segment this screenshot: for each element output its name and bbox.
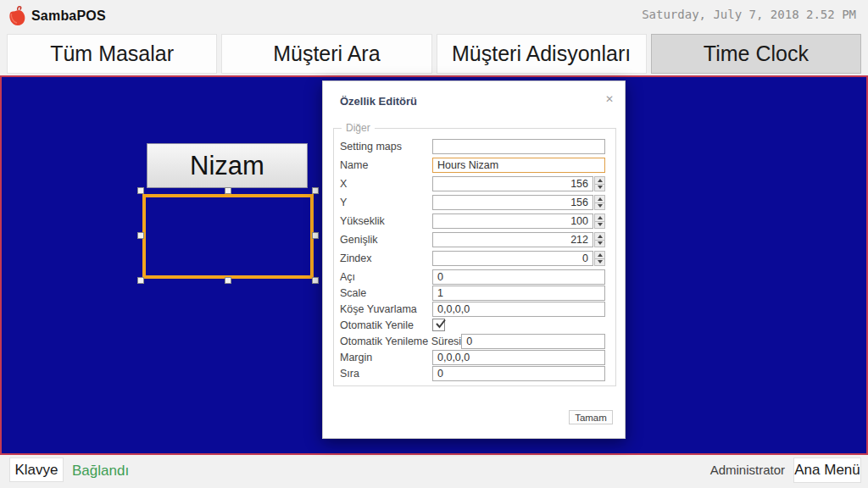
spinner-down-button[interactable] — [594, 259, 605, 267]
field-label: Name — [340, 159, 432, 171]
dialog-title: Özellik Editörü — [340, 95, 417, 108]
x-input[interactable] — [432, 176, 593, 191]
resize-handle-top-left[interactable] — [137, 187, 144, 194]
resize-handle-bottom-center[interactable] — [225, 277, 231, 284]
field-label: Y — [340, 197, 432, 208]
yukseklik-input[interactable] — [432, 214, 593, 229]
genislik-input[interactable] — [432, 232, 593, 247]
connection-status: Bağlandı — [72, 463, 129, 480]
field-row-aci: Açı — [340, 269, 605, 284]
logged-in-user: Administrator — [710, 463, 785, 477]
field-row-kose-yuvarlama: Köşe Yuvarlama — [340, 302, 605, 316]
field-label: Genişlik — [340, 234, 432, 246]
tab-tum-masalar[interactable]: Tüm Masalar — [7, 34, 217, 74]
group-box-diger: Diğer Setting maps Name X Y — [333, 128, 616, 386]
aci-input[interactable] — [432, 269, 605, 285]
checkmark-icon — [434, 317, 448, 330]
chevron-down-icon — [598, 204, 603, 208]
field-row-sira: Sıra — [340, 366, 605, 380]
field-label: Zindex — [340, 252, 432, 264]
spinner-down-button[interactable] — [594, 241, 605, 248]
genislik-spinner — [594, 232, 605, 247]
resize-handle-bottom-right[interactable] — [312, 277, 319, 284]
field-label: Açı — [340, 271, 432, 283]
field-label: Sıra — [340, 368, 432, 380]
spinner-up-button[interactable] — [594, 195, 605, 203]
main-menu-button[interactable]: Ana Menü — [793, 458, 861, 483]
y-spinner — [594, 195, 605, 210]
field-label: Setting maps — [340, 141, 432, 152]
top-bar: SambaPOS Saturday, July 7, 2018 2.52 PM — [0, 0, 868, 32]
datetime-text: Saturday, July 7, 2018 2.52 PM — [642, 8, 856, 21]
resize-handle-top-right[interactable] — [312, 187, 319, 194]
otomatik-yenile-checkbox[interactable] — [432, 319, 445, 331]
spinner-up-button[interactable] — [594, 176, 605, 185]
spinner-down-button[interactable] — [594, 222, 605, 230]
resize-handle-mid-right[interactable] — [312, 232, 319, 239]
kose-yuvarlama-input[interactable] — [432, 302, 605, 317]
group-box-label: Diğer — [342, 122, 375, 134]
spinner-up-button[interactable] — [594, 214, 605, 222]
zindex-input[interactable] — [432, 251, 593, 266]
resize-handle-mid-left[interactable] — [137, 232, 144, 239]
field-row-scale: Scale — [340, 286, 605, 300]
spinner-down-button[interactable] — [594, 185, 605, 192]
widget-nizam-button[interactable]: Nizam — [147, 143, 308, 188]
chevron-up-icon — [598, 197, 603, 201]
tab-musteri-ara[interactable]: Müşteri Ara — [221, 34, 431, 74]
sambapos-logo-icon — [7, 5, 27, 27]
status-bar: Klavye Bağlandı Administrator Ana Menü — [0, 457, 868, 488]
keyboard-button[interactable]: Klavye — [9, 458, 64, 482]
field-row-setting-maps: Setting maps — [340, 139, 605, 154]
zindex-spinner — [594, 251, 605, 266]
tab-time-clock[interactable]: Time Clock — [651, 34, 861, 74]
selected-widget-rect[interactable] — [142, 194, 314, 279]
field-label: Otomatik Yenile — [340, 319, 432, 331]
field-label: Margin — [340, 352, 432, 363]
field-label: Otomatik Yenileme Süresi — [340, 336, 461, 347]
field-row-x: X — [340, 176, 605, 191]
field-row-otomatik-yenile: Otomatik Yenile — [340, 318, 605, 332]
tamam-button[interactable]: Tamam — [569, 410, 613, 424]
margin-input[interactable] — [432, 350, 605, 365]
close-icon[interactable]: ✕ — [605, 93, 614, 105]
field-row-name: Name — [340, 158, 605, 173]
tab-bar: Tüm Masalar Müşteri Ara Müşteri Adisyonl… — [0, 34, 868, 74]
chevron-down-icon — [598, 223, 603, 226]
chevron-down-icon — [598, 260, 603, 263]
field-row-otomatik-yenileme-suresi: Otomatik Yenileme Süresi — [340, 334, 605, 348]
field-label: Yükseklik — [340, 215, 432, 227]
x-spinner — [594, 176, 605, 191]
brand-name: SambaPOS — [31, 8, 106, 24]
property-editor-dialog: Özellik Editörü ✕ Diğer Setting maps Nam… — [322, 80, 626, 439]
yukseklik-spinner — [594, 214, 605, 229]
field-row-y: Y — [340, 195, 605, 210]
chevron-down-icon — [598, 186, 603, 189]
resize-handle-bottom-left[interactable] — [137, 277, 144, 284]
field-row-genislik: Genişlik — [340, 232, 605, 247]
chevron-up-icon — [598, 216, 603, 219]
tab-musteri-adisyonlari[interactable]: Müşteri Adisyonları — [437, 34, 647, 74]
field-row-zindex: Zindex — [340, 251, 605, 266]
name-input[interactable] — [432, 158, 605, 173]
otomatik-yenileme-suresi-input[interactable] — [461, 334, 605, 349]
field-label: X — [340, 178, 432, 190]
chevron-up-icon — [598, 179, 603, 182]
chevron-up-icon — [598, 253, 603, 257]
brand: SambaPOS — [0, 5, 106, 27]
chevron-up-icon — [598, 235, 603, 238]
field-label: Köşe Yuvarlama — [340, 303, 432, 315]
spinner-up-button[interactable] — [594, 232, 605, 241]
field-row-margin: Margin — [340, 350, 605, 364]
field-label: Scale — [340, 287, 432, 299]
chevron-down-icon — [598, 241, 603, 245]
scale-input[interactable] — [432, 286, 605, 301]
field-row-yukseklik: Yükseklik — [340, 214, 605, 229]
field-list: Setting maps Name X Y — [340, 139, 605, 382]
y-input[interactable] — [432, 195, 593, 210]
spinner-down-button[interactable] — [594, 203, 605, 211]
sira-input[interactable] — [432, 366, 605, 381]
setting-maps-input[interactable] — [432, 139, 605, 154]
spinner-up-button[interactable] — [594, 251, 605, 259]
resize-handle-top-center[interactable] — [225, 187, 231, 194]
